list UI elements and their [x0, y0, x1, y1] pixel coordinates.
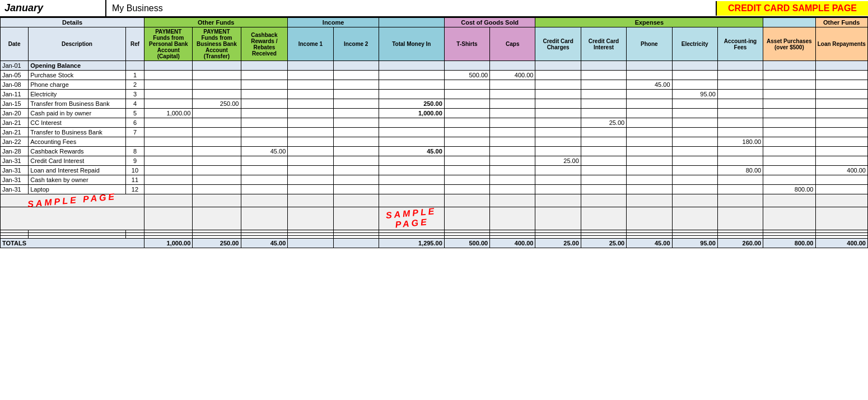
group-cogs: Cost of Goods Sold — [444, 18, 535, 27]
totals-pmt-personal: 1,000.00 — [144, 239, 193, 248]
col-cc-charges: Credit Card Charges — [535, 27, 581, 61]
totals-total: 1,295.00 — [379, 239, 444, 248]
col-total-money: Total Money In — [379, 27, 444, 61]
col-income1: Income 1 — [288, 27, 333, 61]
sample-text-center — [379, 194, 444, 207]
totals-caps: 400.00 — [490, 239, 535, 248]
group-expenses: Expenses — [535, 18, 763, 27]
totals-label: TOTALS — [1, 239, 144, 248]
table-row: Jan-21CC Interest625.00 — [1, 118, 868, 128]
month-label: January — [0, 0, 106, 16]
col-tshirts: T-Shirts — [444, 27, 489, 61]
table-row: Jan-11Electricity395.00 — [1, 90, 868, 99]
sample-title: CREDIT CARD SAMPLE PAGE — [716, 1, 868, 16]
group-other-funds: Other Funds — [144, 18, 288, 27]
table-row: Jan-31Loan and Interest Repaid1080.00400… — [1, 166, 868, 175]
col-pmt-business: PAYMENT Funds from Business Bank Account… — [193, 27, 241, 61]
top-header: January My Business CREDIT CARD SAMPLE P… — [0, 0, 868, 17]
group-income2 — [379, 18, 444, 27]
totals-asset: 800.00 — [763, 239, 815, 248]
totals-phone: 45.00 — [627, 239, 672, 248]
table-row: Jan-22Accounting Fees180.00 — [1, 137, 868, 147]
business-label: My Business — [106, 1, 716, 16]
col-cashback: Cashback Rewards / Rebates Received — [241, 27, 288, 61]
totals-row: TOTALS 1,000.00 250.00 45.00 1,295.00 50… — [1, 239, 868, 248]
table-row: SAMPLE PAGE — [1, 194, 868, 207]
table-row: SAMPLE PAGE — [1, 207, 868, 230]
col-electricity: Electricity — [672, 27, 717, 61]
col-description: Description — [29, 27, 125, 61]
col-loan: Loan Repayments — [815, 27, 868, 61]
group-income: Income — [288, 18, 379, 27]
table-row: Jan-31Credit Card Interest925.00 — [1, 156, 868, 166]
col-asset: Asset Purchases (over $500) — [763, 27, 815, 61]
table-row: Jan-31Cash taken by owner11 — [1, 175, 868, 185]
table-row: Jan-08Phone charge245.00 — [1, 80, 868, 90]
totals-acct-fees: 260.00 — [717, 239, 763, 248]
table-row: Jan-05Purchase Stock1500.00400.00 — [1, 71, 868, 80]
col-date: Date — [1, 27, 29, 61]
table-row: Jan-21Transfer to Business Bank7 — [1, 128, 868, 137]
table-row: Jan-20Cash paid in by owner51,000.001,00… — [1, 109, 868, 118]
col-caps: Caps — [490, 27, 535, 61]
totals-income1 — [288, 239, 333, 248]
col-pmt-personal: PAYMENT Funds from Personal Bank Account… — [144, 27, 193, 61]
col-income2: Income 2 — [333, 27, 379, 61]
sample-text-center2: SAMPLE PAGE — [379, 207, 444, 230]
table-row: Jan-28Cashback Rewards845.0045.00 — [1, 147, 868, 156]
totals-cc-interest: 25.00 — [581, 239, 626, 248]
col-phone: Phone — [627, 27, 672, 61]
col-acct-fees: Account-ing Fees — [717, 27, 763, 61]
table-row: Jan-15Transfer from Business Bank4250.00… — [1, 99, 868, 109]
group-details: Details — [1, 18, 144, 27]
table-row: Jan-01Opening Balance — [1, 61, 868, 71]
group-other-funds2: Other Funds — [815, 18, 868, 27]
col-cc-interest: Credit Card Interest — [581, 27, 626, 61]
totals-pmt-business: 250.00 — [193, 239, 241, 248]
group-expenses-extra — [763, 18, 815, 27]
totals-electricity: 95.00 — [672, 239, 717, 248]
table-row: Jan-31Laptop12800.00 — [1, 185, 868, 194]
totals-cashback: 45.00 — [241, 239, 288, 248]
sample-text-left: SAMPLE PAGE — [1, 194, 144, 207]
totals-tshirts: 500.00 — [444, 239, 489, 248]
col-ref: Ref — [125, 27, 144, 61]
totals-cc-charges: 25.00 — [535, 239, 581, 248]
totals-loan: 400.00 — [815, 239, 868, 248]
totals-income2 — [333, 239, 379, 248]
